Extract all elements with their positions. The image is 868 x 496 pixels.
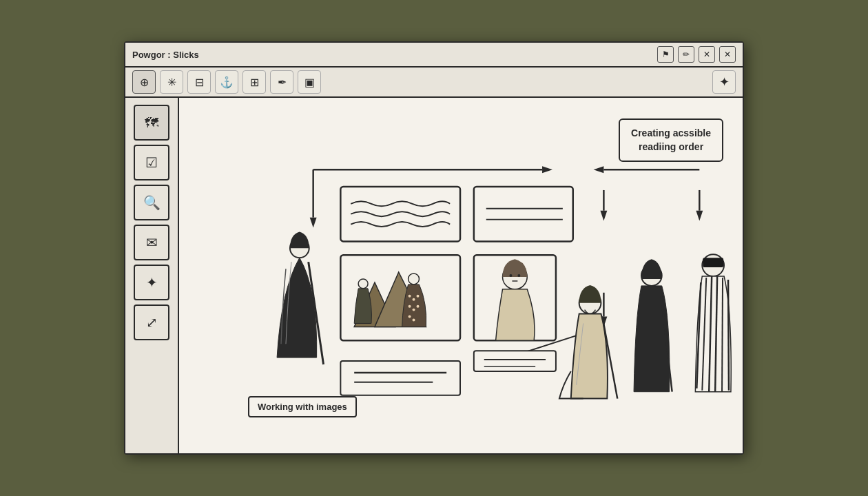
cross-tool-button[interactable]: ✳	[160, 70, 183, 94]
svg-point-29	[413, 309, 415, 311]
svg-rect-16	[340, 187, 460, 241]
sidebar-search-button[interactable]: 🔍	[134, 185, 169, 220]
pen-tool-button[interactable]: ✒	[270, 70, 293, 94]
anchor-tool-button[interactable]: ⚓	[215, 70, 238, 94]
checkbox-icon: ☑	[145, 154, 158, 171]
cross-icon: ✳	[167, 76, 176, 89]
sparkle-icon: ✦	[146, 274, 158, 291]
svg-point-27	[417, 295, 420, 298]
working-with-images-label: Working with images	[248, 396, 357, 417]
close-icon2: ✕	[724, 50, 731, 59]
circle-icon: ⊕	[140, 76, 149, 89]
main-area: 🗺 ☑ 🔍 ✉ ✦ ⤢	[125, 98, 743, 453]
circle-tool-button[interactable]: ⊕	[132, 70, 156, 94]
close-icon: ✕	[703, 50, 710, 59]
pin-button[interactable]: ⚑	[657, 46, 674, 63]
map-icon: 🗺	[145, 115, 158, 131]
svg-rect-38	[474, 351, 556, 371]
resize-icon: ⤢	[146, 314, 158, 331]
title-bar: Powgor : Slicks ⚑ ✏ ✕ ✕	[125, 43, 743, 68]
svg-point-36	[517, 274, 520, 277]
sidebar-checkbox-button[interactable]: ☑	[134, 145, 169, 180]
svg-point-30	[417, 305, 420, 308]
pen-icon: ✒	[278, 76, 287, 89]
svg-point-24	[409, 273, 420, 285]
minimize-button[interactable]: ✕	[699, 46, 715, 63]
search-icon: 🔍	[143, 194, 161, 211]
svg-point-28	[409, 305, 411, 308]
pin-icon: ⚑	[662, 50, 670, 59]
creating-accessible-label: Creating acssiblereadiing order	[619, 118, 723, 162]
rect-icon: ▣	[304, 76, 315, 89]
svg-point-32	[413, 319, 415, 322]
svg-point-35	[509, 274, 512, 277]
svg-rect-41	[340, 361, 460, 395]
target-icon: ⊞	[250, 76, 259, 89]
main-window: Powgor : Slicks ⚑ ✏ ✕ ✕ ⊕ ✳ ⊟	[124, 41, 744, 455]
target-tool-button[interactable]: ⊞	[242, 70, 266, 94]
sidebar: 🗺 ☑ 🔍 ✉ ✦ ⤢	[125, 98, 179, 453]
close-button[interactable]: ✕	[719, 46, 736, 63]
frame-tool-button[interactable]: ⊟	[187, 70, 211, 94]
window-title: Powgor : Slicks	[132, 50, 199, 60]
title-bar-left: Powgor : Slicks	[132, 50, 199, 60]
star-icon: ✦	[719, 74, 730, 90]
sidebar-sparkle-button[interactable]: ✦	[134, 265, 169, 300]
sidebar-mail-button[interactable]: ✉	[134, 225, 169, 260]
svg-rect-17	[474, 187, 573, 241]
sidebar-resize-button[interactable]: ⤢	[134, 304, 169, 340]
svg-line-55	[722, 278, 723, 392]
canvas-area: Working with images Creating acssiblerea…	[179, 98, 743, 453]
star-button[interactable]: ✦	[712, 70, 736, 94]
svg-line-56	[728, 280, 729, 391]
sidebar-map-button[interactable]: 🗺	[134, 105, 169, 141]
edit-icon: ✏	[683, 50, 690, 59]
mail-icon: ✉	[146, 234, 158, 251]
svg-point-25	[409, 295, 411, 298]
anchor-icon: ⚓	[220, 76, 234, 89]
svg-point-26	[413, 298, 415, 301]
svg-rect-50	[703, 258, 723, 267]
svg-point-23	[358, 279, 368, 289]
edit-button[interactable]: ✏	[678, 46, 694, 63]
title-bar-right: ⚑ ✏ ✕ ✕	[657, 46, 736, 63]
rect-tool-button[interactable]: ▣	[298, 70, 321, 94]
frame-icon: ⊟	[195, 76, 204, 89]
svg-point-31	[409, 316, 411, 318]
toolbar: ⊕ ✳ ⊟ ⚓ ⊞ ✒ ▣ ✦	[125, 68, 743, 98]
